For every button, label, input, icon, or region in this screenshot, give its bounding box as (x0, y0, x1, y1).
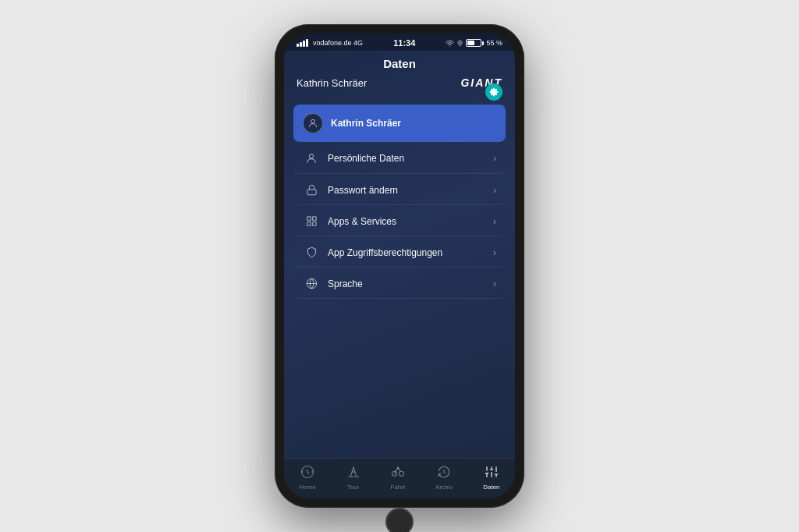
person-icon-container (303, 152, 320, 165)
wifi-icon (446, 39, 454, 48)
history-icon (437, 465, 451, 482)
globe-icon (306, 278, 318, 289)
chevron-icon: › (493, 247, 496, 258)
svg-point-16 (397, 467, 399, 469)
svg-rect-3 (307, 190, 315, 195)
settings-button[interactable] (485, 83, 502, 101)
battery-icon (466, 39, 484, 47)
permissions-label: App Zugriffsberechtigungen (328, 247, 493, 258)
grid-icon-container (303, 215, 320, 227)
svg-point-0 (460, 41, 461, 43)
shield-icon-container (303, 246, 320, 258)
screen-content: Daten Kathrin Schräer GIANT (284, 51, 515, 498)
screen-header: Daten Kathrin Schräer GIANT (284, 51, 515, 97)
header-row: Kathrin Schräer GIANT (297, 76, 502, 89)
chevron-icon: › (493, 278, 496, 289)
gear-icon (489, 87, 499, 97)
status-left: vodafone.de 4G (297, 39, 363, 47)
password-label: Passwort ändern (328, 185, 493, 196)
svg-rect-7 (312, 222, 315, 225)
bottom-nav: Home Tour Fahrt (284, 458, 515, 498)
nav-item-daten[interactable]: Daten (477, 463, 506, 492)
status-right: 55 % (446, 39, 502, 48)
shield-icon (306, 246, 318, 258)
daten-nav-label: Daten (483, 484, 499, 491)
menu-item-permissions[interactable]: App Zugriffsberechtigungen › (293, 238, 506, 268)
grid-icon (306, 215, 318, 227)
globe-icon-container (303, 278, 320, 289)
bike-icon (391, 465, 405, 482)
tour-nav-label: Tour (347, 484, 360, 491)
chevron-icon: › (493, 185, 496, 196)
lock-icon-container (303, 184, 320, 196)
person-icon (305, 152, 318, 165)
svg-point-2 (309, 154, 313, 158)
user-avatar (303, 113, 323, 133)
menu-item-language[interactable]: Sprache › (293, 269, 506, 299)
header-username: Kathrin Schräer (297, 77, 367, 89)
home-button[interactable] (385, 508, 414, 532)
chevron-icon: › (493, 153, 496, 164)
menu-container: Kathrin Schräer Persönliche Daten › (284, 97, 515, 458)
menu-item-password[interactable]: Passwort ändern › (293, 176, 506, 205)
menu-item-user[interactable]: Kathrin Schräer (293, 105, 506, 142)
apps-services-label: Apps & Services (328, 216, 493, 227)
location-icon (456, 40, 463, 47)
phone-screen: vodafone.de 4G 11:34 55 % (284, 34, 515, 498)
nav-item-home[interactable]: Home (293, 463, 321, 492)
nav-item-fahrt[interactable]: Fahrt (385, 463, 412, 492)
status-bar: vodafone.de 4G 11:34 55 % (284, 34, 515, 51)
home-nav-label: Home (299, 484, 315, 491)
user-item-label: Kathrin Schräer (331, 118, 496, 129)
carrier-text: vodafone.de 4G (313, 39, 363, 47)
lock-icon (306, 184, 318, 196)
speedometer-icon (300, 465, 314, 482)
road-icon (346, 465, 360, 482)
battery-text: 55 % (486, 39, 502, 47)
status-time: 11:34 (393, 38, 415, 48)
nav-item-archiv[interactable]: Archiv (429, 463, 459, 492)
svg-point-1 (311, 119, 315, 123)
language-label: Sprache (328, 278, 493, 289)
menu-item-apps-services[interactable]: Apps & Services › (293, 207, 506, 236)
chevron-icon: › (493, 216, 496, 227)
archiv-nav-label: Archiv (435, 484, 453, 491)
svg-point-15 (399, 471, 403, 476)
fahrt-nav-label: Fahrt (391, 484, 406, 491)
menu-item-personal-data[interactable]: Persönliche Daten › (293, 144, 506, 174)
signal-bars (297, 39, 308, 47)
nav-item-tour[interactable]: Tour (340, 463, 367, 492)
svg-rect-6 (307, 222, 310, 225)
svg-rect-4 (307, 217, 310, 220)
phone-frame: vodafone.de 4G 11:34 55 % (275, 24, 524, 508)
screen-title: Daten (383, 57, 416, 70)
personal-data-label: Persönliche Daten (328, 153, 493, 164)
avatar-icon (307, 118, 318, 129)
sliders-icon (485, 465, 499, 482)
svg-rect-5 (312, 217, 315, 220)
